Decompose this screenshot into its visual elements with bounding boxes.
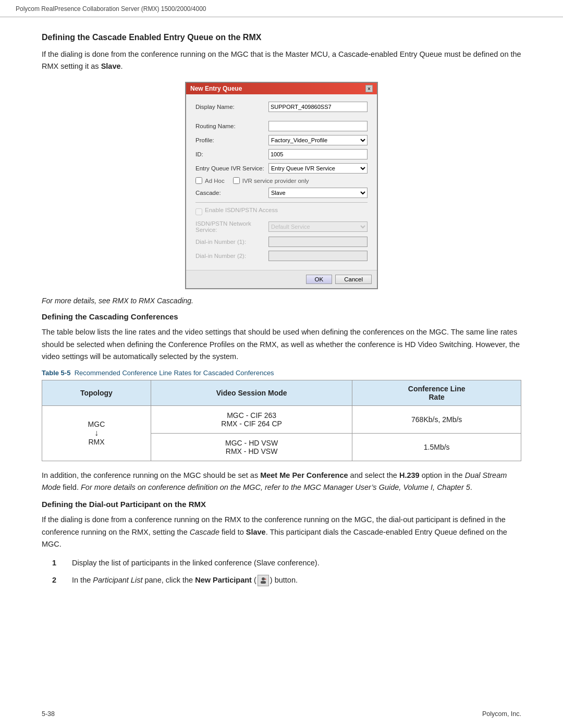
list-number-1: 1 — [52, 557, 63, 570]
dialog-footer: OK Cancel — [186, 270, 377, 288]
dialin1-label: Dial-in Number (1): — [195, 239, 268, 245]
cascade-label: Cascade: — [195, 190, 268, 196]
svg-rect-1 — [261, 581, 266, 584]
header-title: Polycom RealPresence Collaboration Serve… — [16, 5, 206, 13]
table-row: MGC↓RMX MGC - CIF 263RMX - CIF 264 CP 76… — [42, 405, 521, 433]
participant-list-italic: Participant List — [93, 576, 142, 584]
new-participant-bold: New Participant — [195, 576, 252, 584]
dialin2-label: Dial-in Number (2): — [195, 253, 268, 259]
routing-name-label: Routing Name: — [195, 123, 268, 129]
data-table: Topology Video Session Mode Conference L… — [42, 380, 521, 461]
topology-cell: MGC↓RMX — [42, 405, 151, 461]
dialog-body: Display Name: Routing Name: Profile: Fac… — [186, 94, 377, 270]
ivr-service-row: Entry Queue IVR Service: Entry Queue IVR… — [195, 163, 368, 174]
cascade-select[interactable]: Slave Master None — [268, 188, 368, 198]
id-input[interactable] — [268, 149, 368, 159]
col-video-mode: Video Session Mode — [151, 380, 352, 405]
section2-title: Defining the Cascading Conferences — [42, 312, 521, 321]
video-mode-cell-1: MGC - CIF 263RMX - CIF 264 CP — [151, 405, 352, 433]
person-icon: + — [259, 576, 267, 585]
routing-name-input[interactable] — [268, 121, 368, 131]
isdn-service-label: ISDN/PSTN Network Service: — [195, 220, 268, 233]
profile-label: Profile: — [195, 137, 268, 143]
line-rate-cell-1: 768Kb/s, 2Mb/s — [352, 405, 521, 433]
isdn-enable-row: Enable ISDN/PSTN Access — [195, 207, 368, 217]
display-name-row: Display Name: — [195, 102, 368, 112]
figure-caption: For more details, see RMX to RMX Cascadi… — [42, 297, 521, 305]
new-participant-icon: + — [258, 575, 269, 586]
table-caption-number: Table 5-5 — [42, 369, 70, 377]
page-footer: 5-38 Polycom, Inc. — [42, 710, 521, 718]
section4-paragraph: If the dialing is done from a conference… — [42, 514, 521, 550]
dialog-window: New Entry Queue × Display Name: Routing … — [185, 82, 378, 289]
dialog-close-button[interactable]: × — [365, 85, 373, 92]
col-topology: Topology — [42, 380, 151, 405]
line-rate-cell-2: 1.5Mb/s — [352, 433, 521, 461]
isdn-enable-checkbox[interactable] — [195, 208, 202, 215]
dialin2-row: Dial-in Number (2): — [195, 251, 368, 261]
ivr-provider-checkbox[interactable] — [233, 177, 240, 184]
section2-paragraph: The table below lists the line rates and… — [42, 326, 521, 363]
table-caption-text: Recommended Conference Line Rates for Ca… — [75, 369, 274, 377]
list-number-2: 2 — [52, 574, 63, 587]
footer-right: Polycom, Inc. — [482, 710, 521, 718]
list-item-2: 2 In the Participant List pane, click th… — [52, 574, 521, 587]
video-mode-cell-2: MGC - HD VSWRMX - HD VSW — [151, 433, 352, 461]
isdn-enable-label: Enable ISDN/PSTN Access — [205, 207, 278, 213]
svg-text:+: + — [264, 577, 266, 581]
isdn-service-select[interactable]: Default Service — [268, 221, 368, 232]
ok-button[interactable]: OK — [306, 275, 333, 284]
col-line-rate: Conference LineRate — [352, 380, 521, 405]
arrow-down-icon: ↓ — [48, 428, 144, 438]
page-header: Polycom RealPresence Collaboration Serve… — [0, 0, 563, 17]
list-item-1: 1 Display the list of participants in th… — [52, 557, 521, 570]
ivr-service-label: Entry Queue IVR Service: — [195, 165, 268, 171]
profile-row: Profile: Factory_Video_Profile — [195, 135, 368, 145]
adhoc-label: Ad Hoc — [205, 178, 225, 184]
dialog-titlebar: New Entry Queue × — [186, 83, 377, 94]
list-text-2: In the Participant List pane, click the … — [72, 574, 298, 587]
cascade-row: Cascade: Slave Master None — [195, 188, 368, 198]
table-caption: Table 5-5 Recommended Conference Line Ra… — [42, 369, 521, 377]
dialin1-input[interactable] — [268, 237, 368, 247]
ivr-service-select[interactable]: Entry Queue IVR Service — [268, 163, 368, 174]
table-header-row: Topology Video Session Mode Conference L… — [42, 380, 521, 405]
section3-paragraph: In addition, the conference running on t… — [42, 470, 521, 493]
section1-title: Defining the Cascade Enabled Entry Queue… — [42, 33, 521, 42]
dialin2-input[interactable] — [268, 251, 368, 261]
section1-paragraph: If the dialing is done from the conferen… — [42, 48, 521, 72]
cancel-button[interactable]: Cancel — [335, 275, 372, 284]
routing-name-row: Routing Name: — [195, 121, 368, 131]
numbered-list: 1 Display the list of participants in th… — [52, 557, 521, 586]
footer-left: 5-38 — [42, 710, 55, 718]
list-text-1: Display the list of participants in the … — [72, 557, 320, 570]
isdn-service-row: ISDN/PSTN Network Service: Default Servi… — [195, 220, 368, 233]
dialin1-row: Dial-in Number (1): — [195, 237, 368, 247]
adhoc-row: Ad Hoc IVR service provider only — [195, 177, 368, 184]
section4-title: Defining the Dial-out Participant on the… — [42, 500, 521, 509]
profile-select[interactable]: Factory_Video_Profile — [268, 135, 368, 145]
dialog-container: New Entry Queue × Display Name: Routing … — [42, 82, 521, 289]
dialog-title: New Entry Queue — [190, 85, 242, 92]
page-content: Defining the Cascade Enabled Entry Queue… — [0, 17, 563, 613]
display-name-input[interactable] — [268, 102, 368, 112]
adhoc-checkbox[interactable] — [195, 177, 202, 184]
display-name-label: Display Name: — [195, 104, 268, 110]
ivr-provider-label: IVR service provider only — [242, 178, 309, 184]
id-row: ID: — [195, 149, 368, 159]
id-label: ID: — [195, 151, 268, 157]
